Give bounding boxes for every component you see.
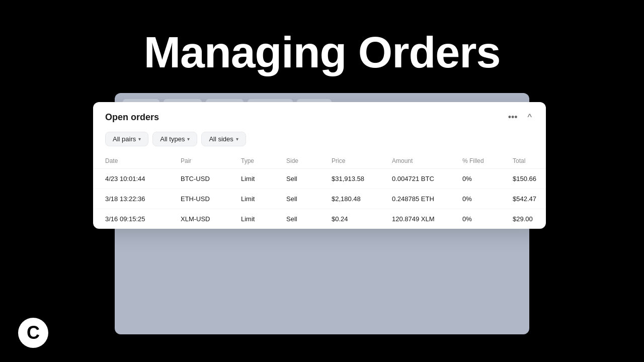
col-amount: Amount	[392, 157, 462, 164]
svg-text:C: C	[27, 322, 40, 343]
order-price: $31,913.58	[332, 175, 392, 183]
all-pairs-filter[interactable]: All pairs ▾	[105, 132, 148, 146]
order-amount: 0.004721 BTC	[392, 175, 462, 183]
order-type: Limit	[241, 215, 286, 223]
order-side: Sell	[286, 175, 332, 183]
order-price: $2,180.48	[332, 195, 392, 203]
col-price: Price	[332, 157, 392, 164]
order-date: 3/16 09:15:25	[105, 215, 181, 223]
collapse-icon: ^	[528, 112, 532, 123]
chevron-down-icon: ▾	[236, 136, 238, 142]
order-pct-filled: 0%	[462, 175, 513, 183]
modal-header: Open orders ••• ^	[93, 102, 546, 129]
order-pair: ETH-USD	[181, 195, 241, 203]
order-amount: 120.8749 XLM	[392, 215, 462, 223]
table-header: Date Pair Type Side Price Amount % Fille…	[93, 153, 546, 169]
col-date: Date	[105, 157, 181, 164]
order-type: Limit	[241, 175, 286, 183]
open-orders-modal: Open orders ••• ^ All pairs ▾ All types …	[93, 102, 546, 229]
table-row[interactable]: 3/16 09:15:25 XLM-USD Limit Sell $0.24 1…	[93, 209, 546, 229]
col-pct-filled: % Filled	[462, 157, 513, 164]
order-date: 3/18 13:22:36	[105, 195, 181, 203]
order-side: Sell	[286, 195, 332, 203]
order-price: $0.24	[332, 215, 392, 223]
col-pair: Pair	[181, 157, 241, 164]
col-side: Side	[286, 157, 332, 164]
order-pct-filled: 0%	[462, 215, 513, 223]
modal-header-actions: ••• ^	[506, 111, 534, 124]
table-row[interactable]: 4/23 10:01:44 BTC-USD Limit Sell $31,913…	[93, 169, 546, 189]
order-total: $542.47	[513, 195, 546, 203]
order-pair: XLM-USD	[181, 215, 241, 223]
all-sides-filter[interactable]: All sides ▾	[201, 132, 246, 146]
order-date: 4/23 10:01:44	[105, 175, 181, 183]
order-side: Sell	[286, 215, 332, 223]
orders-table: Date Pair Type Side Price Amount % Fille…	[93, 153, 546, 229]
order-total: $29.00	[513, 215, 546, 223]
col-total: Total	[513, 157, 546, 164]
collapse-button[interactable]: ^	[526, 111, 534, 124]
order-pct-filled: 0%	[462, 195, 513, 203]
order-pair: BTC-USD	[181, 175, 241, 183]
order-total: $150.66	[513, 175, 546, 183]
chevron-down-icon: ▾	[138, 136, 141, 142]
coinbase-logo: C	[18, 318, 48, 348]
chevron-down-icon: ▾	[187, 136, 190, 142]
order-amount: 0.248785 ETH	[392, 195, 462, 203]
col-type: Type	[241, 157, 286, 164]
filter-row: All pairs ▾ All types ▾ All sides ▾	[93, 129, 546, 153]
more-options-button[interactable]: •••	[506, 111, 520, 124]
more-options-icon: •••	[508, 112, 518, 123]
all-types-filter[interactable]: All types ▾	[152, 132, 197, 146]
order-type: Limit	[241, 195, 286, 203]
page-headline: Managing Orders	[0, 30, 644, 74]
table-row[interactable]: 3/18 13:22:36 ETH-USD Limit Sell $2,180.…	[93, 189, 546, 209]
modal-title: Open orders	[105, 112, 159, 123]
